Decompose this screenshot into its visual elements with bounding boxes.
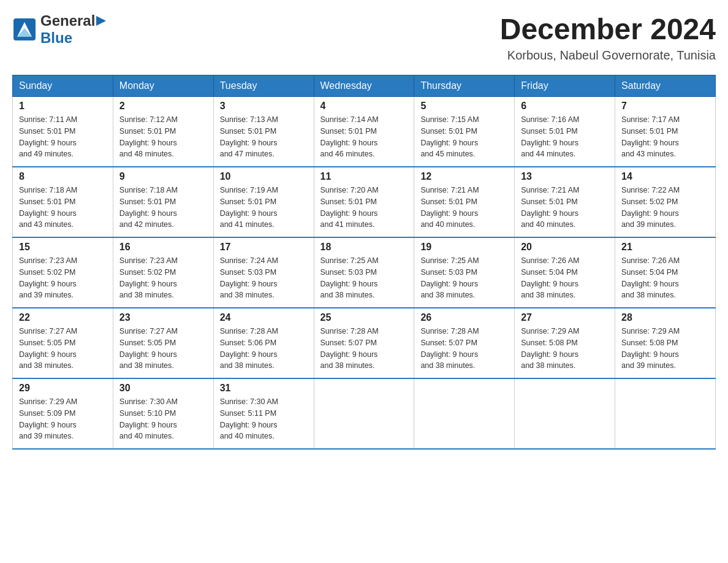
- calendar-cell: 11 Sunrise: 7:20 AM Sunset: 5:01 PM Dayl…: [314, 167, 414, 237]
- day-info: Sunrise: 7:21 AM Sunset: 5:01 PM Dayligh…: [420, 185, 508, 231]
- calendar-cell: 23 Sunrise: 7:27 AM Sunset: 5:05 PM Dayl…: [113, 308, 213, 378]
- day-number: 9: [119, 171, 207, 182]
- day-info: Sunrise: 7:25 AM Sunset: 5:03 PM Dayligh…: [420, 255, 508, 301]
- calendar-header-row: SundayMondayTuesdayWednesdayThursdayFrid…: [13, 75, 716, 97]
- day-info: Sunrise: 7:24 AM Sunset: 5:03 PM Dayligh…: [220, 255, 308, 301]
- day-number: 28: [621, 312, 709, 323]
- day-number: 4: [320, 101, 408, 112]
- calendar-cell: 15 Sunrise: 7:23 AM Sunset: 5:02 PM Dayl…: [13, 237, 113, 308]
- calendar-cell: 14 Sunrise: 7:22 AM Sunset: 5:02 PM Dayl…: [615, 167, 716, 237]
- calendar-cell: 20 Sunrise: 7:26 AM Sunset: 5:04 PM Dayl…: [515, 237, 615, 308]
- logo-general-text: General: [40, 12, 95, 29]
- calendar-day-header: Friday: [515, 75, 615, 97]
- day-info: Sunrise: 7:14 AM Sunset: 5:01 PM Dayligh…: [320, 114, 408, 160]
- day-info: Sunrise: 7:28 AM Sunset: 5:06 PM Dayligh…: [220, 326, 308, 372]
- calendar-cell: 18 Sunrise: 7:25 AM Sunset: 5:03 PM Dayl…: [314, 237, 414, 308]
- day-info: Sunrise: 7:27 AM Sunset: 5:05 PM Dayligh…: [119, 326, 207, 372]
- day-number: 6: [521, 101, 609, 112]
- day-number: 17: [220, 242, 308, 253]
- calendar-week-row: 1 Sunrise: 7:11 AM Sunset: 5:01 PM Dayli…: [13, 97, 716, 167]
- day-info: Sunrise: 7:29 AM Sunset: 5:08 PM Dayligh…: [521, 326, 609, 372]
- calendar-cell: [414, 378, 515, 449]
- day-number: 19: [420, 242, 508, 253]
- day-info: Sunrise: 7:18 AM Sunset: 5:01 PM Dayligh…: [119, 185, 207, 231]
- day-number: 10: [220, 171, 308, 182]
- day-number: 31: [220, 383, 308, 394]
- day-number: 3: [220, 101, 308, 112]
- day-number: 23: [119, 312, 207, 323]
- location-title: Korbous, Nabeul Governorate, Tunisia: [500, 48, 716, 63]
- day-number: 1: [19, 101, 107, 112]
- day-info: Sunrise: 7:26 AM Sunset: 5:04 PM Dayligh…: [621, 255, 709, 301]
- day-info: Sunrise: 7:23 AM Sunset: 5:02 PM Dayligh…: [19, 255, 107, 301]
- day-number: 2: [119, 101, 207, 112]
- calendar-table: SundayMondayTuesdayWednesdayThursdayFrid…: [12, 75, 716, 450]
- day-info: Sunrise: 7:11 AM Sunset: 5:01 PM Dayligh…: [19, 114, 107, 160]
- calendar-day-header: Saturday: [615, 75, 716, 97]
- calendar-cell: 12 Sunrise: 7:21 AM Sunset: 5:01 PM Dayl…: [414, 167, 515, 237]
- day-info: Sunrise: 7:22 AM Sunset: 5:02 PM Dayligh…: [621, 185, 709, 231]
- calendar-cell: 26 Sunrise: 7:28 AM Sunset: 5:07 PM Dayl…: [414, 308, 515, 378]
- day-info: Sunrise: 7:29 AM Sunset: 5:09 PM Dayligh…: [19, 396, 107, 442]
- logo-arrow-icon: [96, 16, 106, 26]
- calendar-cell: 3 Sunrise: 7:13 AM Sunset: 5:01 PM Dayli…: [213, 97, 314, 167]
- calendar-cell: 5 Sunrise: 7:15 AM Sunset: 5:01 PM Dayli…: [414, 97, 515, 167]
- calendar-day-header: Sunday: [13, 75, 113, 97]
- day-info: Sunrise: 7:16 AM Sunset: 5:01 PM Dayligh…: [521, 114, 609, 160]
- day-number: 8: [19, 171, 107, 182]
- calendar-cell: 8 Sunrise: 7:18 AM Sunset: 5:01 PM Dayli…: [13, 167, 113, 237]
- logo-icon: [12, 17, 37, 42]
- title-section: December 2024 Korbous, Nabeul Governorat…: [500, 12, 716, 63]
- day-number: 26: [420, 312, 508, 323]
- calendar-cell: 16 Sunrise: 7:23 AM Sunset: 5:02 PM Dayl…: [113, 237, 213, 308]
- svg-marker-3: [96, 16, 106, 26]
- day-number: 7: [621, 101, 709, 112]
- day-info: Sunrise: 7:13 AM Sunset: 5:01 PM Dayligh…: [220, 114, 308, 160]
- day-info: Sunrise: 7:29 AM Sunset: 5:08 PM Dayligh…: [621, 326, 709, 372]
- calendar-cell: 10 Sunrise: 7:19 AM Sunset: 5:01 PM Dayl…: [213, 167, 314, 237]
- calendar-cell: 21 Sunrise: 7:26 AM Sunset: 5:04 PM Dayl…: [615, 237, 716, 308]
- day-number: 13: [521, 171, 609, 182]
- day-number: 11: [320, 171, 408, 182]
- calendar-week-row: 15 Sunrise: 7:23 AM Sunset: 5:02 PM Dayl…: [13, 237, 716, 308]
- calendar-cell: 6 Sunrise: 7:16 AM Sunset: 5:01 PM Dayli…: [515, 97, 615, 167]
- day-info: Sunrise: 7:27 AM Sunset: 5:05 PM Dayligh…: [19, 326, 107, 372]
- calendar-day-header: Thursday: [414, 75, 515, 97]
- logo-blue-text: Blue: [40, 29, 72, 46]
- day-number: 25: [320, 312, 408, 323]
- day-number: 15: [19, 242, 107, 253]
- day-info: Sunrise: 7:23 AM Sunset: 5:02 PM Dayligh…: [119, 255, 207, 301]
- day-info: Sunrise: 7:25 AM Sunset: 5:03 PM Dayligh…: [320, 255, 408, 301]
- day-number: 22: [19, 312, 107, 323]
- day-number: 14: [621, 171, 709, 182]
- calendar-day-header: Tuesday: [213, 75, 314, 97]
- month-title: December 2024: [500, 12, 716, 46]
- calendar-cell: 24 Sunrise: 7:28 AM Sunset: 5:06 PM Dayl…: [213, 308, 314, 378]
- day-number: 16: [119, 242, 207, 253]
- calendar-cell: [314, 378, 414, 449]
- calendar-cell: 27 Sunrise: 7:29 AM Sunset: 5:08 PM Dayl…: [515, 308, 615, 378]
- calendar-cell: [515, 378, 615, 449]
- day-info: Sunrise: 7:30 AM Sunset: 5:11 PM Dayligh…: [220, 396, 308, 442]
- calendar-cell: 4 Sunrise: 7:14 AM Sunset: 5:01 PM Dayli…: [314, 97, 414, 167]
- calendar-cell: 17 Sunrise: 7:24 AM Sunset: 5:03 PM Dayl…: [213, 237, 314, 308]
- calendar-cell: 19 Sunrise: 7:25 AM Sunset: 5:03 PM Dayl…: [414, 237, 515, 308]
- calendar-cell: 1 Sunrise: 7:11 AM Sunset: 5:01 PM Dayli…: [13, 97, 113, 167]
- day-number: 30: [119, 383, 207, 394]
- day-info: Sunrise: 7:30 AM Sunset: 5:10 PM Dayligh…: [119, 396, 207, 442]
- calendar-cell: 31 Sunrise: 7:30 AM Sunset: 5:11 PM Dayl…: [213, 378, 314, 449]
- calendar-cell: 29 Sunrise: 7:29 AM Sunset: 5:09 PM Dayl…: [13, 378, 113, 449]
- calendar-cell: 30 Sunrise: 7:30 AM Sunset: 5:10 PM Dayl…: [113, 378, 213, 449]
- calendar-cell: 9 Sunrise: 7:18 AM Sunset: 5:01 PM Dayli…: [113, 167, 213, 237]
- calendar-cell: 22 Sunrise: 7:27 AM Sunset: 5:05 PM Dayl…: [13, 308, 113, 378]
- calendar-cell: 2 Sunrise: 7:12 AM Sunset: 5:01 PM Dayli…: [113, 97, 213, 167]
- day-info: Sunrise: 7:26 AM Sunset: 5:04 PM Dayligh…: [521, 255, 609, 301]
- day-number: 27: [521, 312, 609, 323]
- day-info: Sunrise: 7:19 AM Sunset: 5:01 PM Dayligh…: [220, 185, 308, 231]
- calendar-cell: [615, 378, 716, 449]
- day-info: Sunrise: 7:28 AM Sunset: 5:07 PM Dayligh…: [420, 326, 508, 372]
- day-number: 18: [320, 242, 408, 253]
- day-info: Sunrise: 7:21 AM Sunset: 5:01 PM Dayligh…: [521, 185, 609, 231]
- calendar-cell: 28 Sunrise: 7:29 AM Sunset: 5:08 PM Dayl…: [615, 308, 716, 378]
- day-info: Sunrise: 7:28 AM Sunset: 5:07 PM Dayligh…: [320, 326, 408, 372]
